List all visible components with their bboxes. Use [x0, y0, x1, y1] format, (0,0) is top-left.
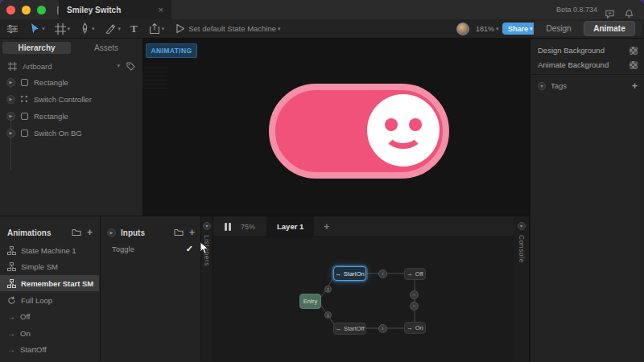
- transition-arrow-badge[interactable]: ›: [378, 269, 387, 278]
- rectangle-icon: [21, 79, 28, 86]
- tree-row-switch-on-bg[interactable]: ▶ Switch On BG: [0, 125, 143, 141]
- animation-item-label: State Machine 1: [21, 246, 76, 255]
- window-close-button[interactable]: [6, 6, 15, 14]
- tab-hierarchy[interactable]: Hierarchy: [2, 42, 71, 54]
- input-item-toggle[interactable]: Toggle ✓: [101, 241, 201, 257]
- artboard-label: Artboard: [23, 62, 115, 71]
- loop-icon: [7, 290, 16, 310]
- rectangle-icon: [21, 130, 28, 137]
- folder-icon[interactable]: [174, 223, 184, 242]
- tags-caret-icon[interactable]: ▾: [538, 82, 546, 90]
- zoom-caret-icon: ▾: [496, 26, 499, 32]
- pen-tool-icon[interactable]: ▾: [80, 19, 95, 39]
- expand-arrow-icon[interactable]: ▶: [6, 78, 15, 87]
- graph-node-label: StartOff: [344, 325, 365, 332]
- listeners-caret-icon[interactable]: ▾: [203, 222, 211, 230]
- animation-item-remember-start-sm[interactable]: Remember Start SM: [0, 275, 99, 291]
- animations-title: Animations: [7, 228, 72, 237]
- tree-row-switch-controller[interactable]: ▶ Switch Controller: [0, 91, 143, 107]
- artboard-tool-icon[interactable]: ▾: [55, 19, 71, 39]
- tab-assets[interactable]: Assets: [71, 42, 142, 54]
- rive-editor-window: Smiley Switch × Beta 0.8.734 ▾ ▾ ▾ ▾: [0, 0, 644, 362]
- transition-down-badge[interactable]: ›: [410, 302, 419, 311]
- tab-close-icon[interactable]: ×: [159, 5, 163, 14]
- canvas-stage[interactable]: ANIMATING: [143, 39, 530, 216]
- set-default-caret-icon[interactable]: ▾: [278, 26, 281, 32]
- user-avatar[interactable]: [456, 23, 469, 35]
- animate-background-label: Animate Background: [538, 60, 630, 69]
- console-title: Console: [518, 235, 526, 263]
- smiley-switch-artwork[interactable]: [269, 84, 449, 179]
- graph-node-on[interactable]: → On: [404, 322, 426, 334]
- add-input-button[interactable]: +: [189, 227, 195, 238]
- play-state-machine-icon[interactable]: [175, 19, 185, 39]
- expand-arrow-icon[interactable]: ▶: [6, 129, 15, 138]
- listeners-strip[interactable]: ▾ Listeners: [201, 216, 213, 362]
- expand-arrow-icon[interactable]: ▶: [6, 95, 15, 104]
- expand-arrow-icon[interactable]: ▶: [6, 112, 15, 121]
- add-animation-button[interactable]: +: [87, 227, 93, 238]
- animation-item-full-loop[interactable]: Full Loop: [0, 292, 99, 308]
- share-caret-icon: ▾: [530, 26, 533, 32]
- animation-item-label: Off: [20, 312, 31, 321]
- knife-tool-caret-icon[interactable]: ▾: [118, 26, 122, 32]
- rectangle-icon: [21, 113, 28, 120]
- animate-background-row[interactable]: Animate Background: [530, 58, 644, 72]
- tree-item-label: Rectangle: [34, 112, 68, 121]
- select-tool-icon[interactable]: ▾: [29, 19, 45, 39]
- design-background-row[interactable]: Design Background: [530, 43, 644, 57]
- graph-node-startoff[interactable]: → StartOff: [333, 323, 366, 335]
- graph-node-entry[interactable]: Entry: [299, 294, 321, 309]
- design-background-swatch[interactable]: [630, 47, 638, 55]
- tree-row-rectangle-2[interactable]: ▶ Rectangle: [0, 108, 143, 124]
- artboard-row[interactable]: Artboard ▾: [0, 58, 143, 74]
- mode-animate-button[interactable]: Animate: [584, 21, 635, 36]
- mouse-cursor: [200, 241, 209, 255]
- pen-tool-caret-icon[interactable]: ▾: [92, 26, 95, 32]
- text-tool-icon[interactable]: T: [130, 19, 138, 39]
- toggle-check-icon[interactable]: ✓: [186, 244, 193, 254]
- menu-sliders-icon[interactable]: [0, 19, 24, 39]
- share-button[interactable]: Share ▾: [502, 23, 539, 35]
- transition-condition-badge[interactable]: 1: [324, 286, 332, 293]
- tag-icon[interactable]: [126, 56, 135, 76]
- inputs-expand-icon[interactable]: ▶: [107, 228, 116, 237]
- animation-item-off[interactable]: → Off: [0, 308, 99, 324]
- transition-arrow-badge[interactable]: ›: [378, 324, 387, 333]
- animating-badge: ANIMATING: [146, 43, 197, 58]
- animate-background-swatch[interactable]: [630, 61, 638, 69]
- console-strip[interactable]: ▾ Console: [514, 216, 530, 362]
- artboard-caret-icon[interactable]: ▾: [117, 63, 120, 69]
- select-tool-caret-icon[interactable]: ▾: [42, 26, 45, 32]
- share-button-label: Share: [508, 25, 528, 33]
- animation-item-simple-sm[interactable]: Simple SM: [0, 258, 99, 274]
- export-tool-caret-icon[interactable]: ▾: [162, 26, 165, 32]
- animation-item-state-machine-1[interactable]: State Machine 1: [0, 242, 99, 258]
- animation-item-label: On: [20, 329, 31, 338]
- transition-condition-badge[interactable]: 1: [324, 311, 332, 319]
- graph-node-off[interactable]: → Off: [404, 268, 426, 280]
- animations-header: Animations +: [0, 224, 99, 241]
- zoom-level-control[interactable]: 181% ▾: [476, 19, 499, 39]
- artboard-tool-caret-icon[interactable]: ▾: [68, 26, 71, 32]
- graph-node-starton[interactable]: → StartOn: [333, 266, 366, 281]
- graph-node-label: StartOn: [344, 270, 365, 278]
- folder-icon[interactable]: [72, 223, 81, 242]
- knife-tool-icon[interactable]: ▾: [105, 19, 122, 39]
- zoom-level-value: 181%: [476, 25, 494, 33]
- file-tab[interactable]: Smiley Switch ×: [59, 0, 171, 19]
- one-shot-icon: →: [407, 324, 413, 331]
- mode-design-button[interactable]: Design: [534, 24, 584, 33]
- add-tag-button[interactable]: +: [632, 80, 638, 92]
- inputs-header: ▶ Inputs +: [101, 224, 201, 241]
- window-minimize-button[interactable]: [22, 6, 31, 14]
- transition-up-badge[interactable]: ›: [410, 290, 419, 299]
- window-zoom-button[interactable]: [37, 6, 46, 14]
- animation-item-on[interactable]: → On: [0, 325, 99, 341]
- animation-item-startoff[interactable]: → StartOff: [0, 341, 99, 357]
- set-default-state-machine-label[interactable]: Set default State Machine: [188, 24, 276, 33]
- export-tool-icon[interactable]: ▾: [149, 19, 165, 39]
- switch-knob[interactable]: [367, 94, 440, 167]
- console-caret-icon[interactable]: ▾: [518, 222, 526, 230]
- tree-row-rectangle-1[interactable]: ▶ Rectangle: [0, 74, 143, 90]
